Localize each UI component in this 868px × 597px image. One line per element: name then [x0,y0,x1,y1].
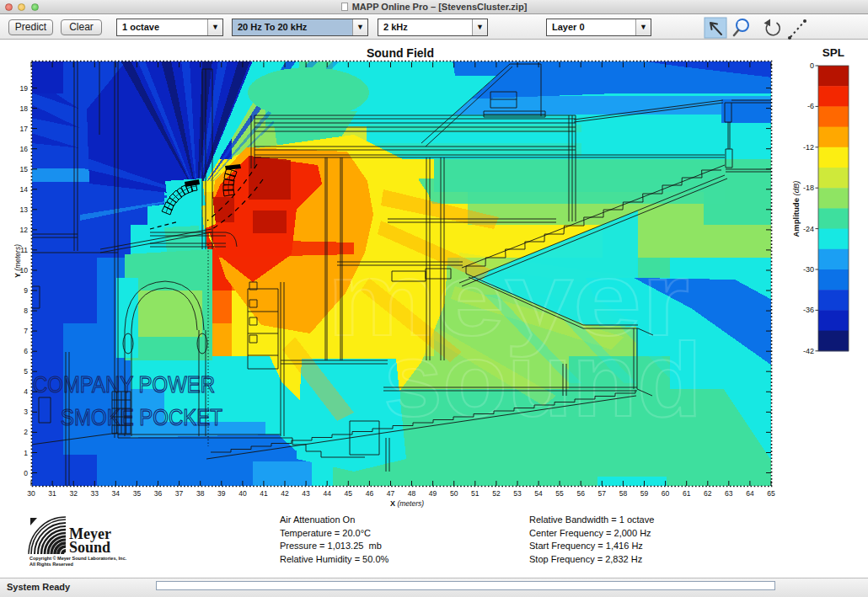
svg-text:Amplitude (dB): Amplitude (dB) [791,180,801,237]
svg-text:6: 6 [24,347,28,355]
svg-text:Sound Field: Sound Field [367,46,434,60]
svg-text:-24: -24 [803,225,814,233]
svg-text:65: 65 [767,489,775,498]
svg-text:48: 48 [408,489,416,498]
svg-text:-18: -18 [803,184,814,192]
svg-text:35: 35 [133,489,142,498]
svg-text:-6: -6 [807,102,814,110]
svg-text:0: 0 [810,61,814,70]
svg-text:-36: -36 [803,306,814,314]
svg-text:-42: -42 [803,347,814,355]
svg-text:44: 44 [323,489,331,498]
svg-text:34: 34 [112,489,121,498]
svg-text:53: 53 [513,489,522,498]
svg-text:7: 7 [24,327,28,335]
svg-text:19: 19 [20,84,29,93]
svg-text:54: 54 [534,489,543,498]
svg-text:43: 43 [302,489,310,498]
svg-text:33: 33 [91,489,99,498]
svg-text:30: 30 [27,489,35,498]
svg-text:61: 61 [683,489,691,498]
svg-text:14: 14 [20,185,29,194]
svg-text:60: 60 [662,489,670,498]
svg-text:4: 4 [24,387,28,396]
svg-text:SPL: SPL [822,46,844,59]
svg-text:36: 36 [154,489,163,498]
svg-text:63: 63 [725,489,733,498]
svg-text:41: 41 [260,489,268,498]
svg-text:39: 39 [217,489,226,498]
svg-text:9: 9 [24,286,28,295]
svg-text:8: 8 [24,306,28,315]
svg-text:18: 18 [20,104,29,113]
svg-text:37: 37 [175,489,184,498]
svg-text:42: 42 [281,489,289,498]
svg-text:3: 3 [24,408,28,416]
svg-text:49: 49 [429,489,437,498]
svg-text:COMPANY POWER: COMPANY POWER [33,371,215,397]
svg-text:55: 55 [555,489,564,498]
svg-text:5: 5 [24,367,28,376]
svg-text:16: 16 [20,145,29,153]
svg-text:58: 58 [619,489,628,498]
svg-text:0: 0 [24,469,28,477]
svg-text:-12: -12 [803,143,814,152]
svg-text:31: 31 [48,489,56,498]
svg-text:Y (meters): Y (meters) [13,244,22,278]
svg-text:15: 15 [20,165,29,173]
svg-text:2: 2 [24,428,28,436]
svg-text:X (meters): X (meters) [390,499,424,508]
svg-text:-30: -30 [803,265,814,274]
svg-text:SMOKE POCKET: SMOKE POCKET [61,404,222,430]
svg-text:40: 40 [238,489,247,498]
svg-text:38: 38 [196,489,205,498]
svg-text:57: 57 [598,489,607,498]
svg-text:64: 64 [746,489,754,498]
svg-text:45: 45 [345,489,353,498]
svg-text:12: 12 [20,226,29,234]
svg-text:sound: sound [383,321,702,438]
svg-text:56: 56 [576,489,585,498]
svg-text:46: 46 [366,489,374,498]
svg-text:51: 51 [471,489,480,498]
svg-text:50: 50 [450,489,458,498]
svg-text:32: 32 [69,489,78,498]
svg-text:13: 13 [20,205,29,214]
svg-text:52: 52 [492,489,501,498]
svg-text:59: 59 [640,489,649,498]
svg-text:1: 1 [24,449,28,457]
svg-text:17: 17 [20,125,29,133]
svg-text:62: 62 [704,489,712,498]
svg-text:47: 47 [387,489,395,498]
